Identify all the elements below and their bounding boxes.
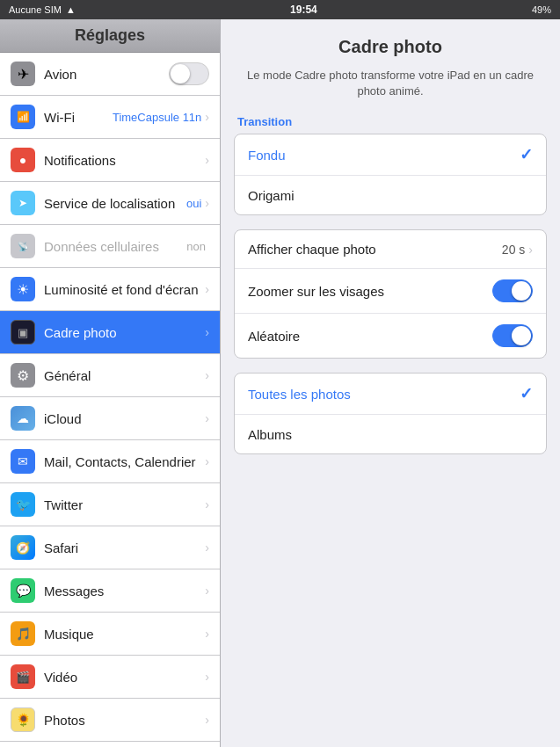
- cadre-chevron: ›: [205, 325, 209, 339]
- wifi-chevron: ›: [205, 110, 209, 124]
- afficher-chevron: ›: [528, 243, 533, 257]
- video-chevron: ›: [205, 670, 209, 684]
- detail-description: Le mode Cadre photo transforme votre iPa…: [234, 68, 547, 99]
- icloud-label: iCloud: [44, 411, 205, 426]
- avion-icon: ✈: [11, 62, 35, 86]
- sidebar-item-video[interactable]: 🎬 Vidéo ›: [0, 656, 220, 699]
- sidebar-item-brightness[interactable]: ☀ Luminosité et fond d'écran ›: [0, 268, 220, 311]
- main-layout: Réglages ✈ Avion 📶 Wi-Fi TimeCapsule 11n…: [0, 19, 560, 747]
- mail-chevron: ›: [205, 454, 209, 468]
- photos-icon: 🌻: [11, 707, 35, 732]
- cellular-value: non: [186, 240, 206, 253]
- sidebar-item-mail[interactable]: ✉ Mail, Contacts, Calendrier ›: [0, 440, 220, 483]
- sidebar-item-notifications[interactable]: ● Notifications ›: [0, 139, 220, 182]
- photos-chevron: ›: [205, 713, 209, 727]
- brightness-chevron: ›: [205, 282, 209, 296]
- twitter-icon: 🐦: [11, 492, 35, 517]
- notifications-chevron: ›: [205, 153, 209, 167]
- sidebar-item-avion[interactable]: ✈ Avion: [0, 53, 220, 96]
- zoomer-toggle[interactable]: [492, 279, 533, 302]
- video-icon: 🎬: [11, 664, 35, 689]
- aleatoire-toggle-knob: [512, 326, 531, 345]
- sidebar-item-location[interactable]: ➤ Service de localisation oui ›: [0, 182, 220, 225]
- zoomer-toggle-knob: [512, 281, 531, 301]
- avion-toggle[interactable]: [169, 62, 209, 85]
- sidebar-item-cellular: 📡 Données cellulaires non: [0, 225, 220, 268]
- sidebar-item-cadre[interactable]: ▣ Cadre photo ›: [0, 311, 220, 354]
- location-icon: ➤: [11, 191, 35, 215]
- cadre-icon: ▣: [11, 320, 35, 344]
- safari-icon: 🧭: [11, 535, 35, 560]
- fondu-label: Fondu: [248, 148, 520, 163]
- mail-icon: ✉: [11, 449, 35, 474]
- toutes-photos-row[interactable]: Toutes les photos ✓: [235, 374, 546, 415]
- safari-chevron: ›: [205, 540, 209, 555]
- musique-label: Musique: [44, 627, 205, 642]
- options-card: Afficher chaque photo 20 s › Zoomer sur …: [234, 229, 547, 359]
- sidebar-item-icloud[interactable]: ☁ iCloud ›: [0, 397, 220, 440]
- sidebar-item-photos[interactable]: 🌻 Photos ›: [0, 699, 220, 742]
- wifi-icon: ▲: [66, 4, 76, 15]
- afficher-row[interactable]: Afficher chaque photo 20 s ›: [235, 230, 546, 269]
- aleatoire-row: Aléatoire: [235, 314, 546, 358]
- sidebar-title: Réglages: [75, 26, 145, 44]
- status-right: 49%: [532, 4, 551, 15]
- messages-icon: 💬: [11, 578, 35, 603]
- general-chevron: ›: [205, 368, 209, 382]
- transition-section-label: Transition: [234, 115, 547, 128]
- location-value: oui: [186, 197, 201, 210]
- transition-fondu-row[interactable]: Fondu ✓: [235, 134, 546, 176]
- safari-label: Safari: [44, 540, 205, 555]
- albums-label: Albums: [248, 427, 533, 442]
- detail-title: Cadre photo: [234, 37, 547, 68]
- detail-panel: Cadre photo Le mode Cadre photo transfor…: [221, 19, 560, 747]
- wifi-label: Wi-Fi: [44, 110, 113, 125]
- sidebar-item-general[interactable]: ⚙ Général ›: [0, 354, 220, 397]
- status-left: Aucune SIM ▲: [9, 4, 76, 15]
- mail-label: Mail, Contacts, Calendrier: [44, 454, 205, 469]
- origami-label: Origami: [248, 188, 533, 203]
- general-label: Général: [44, 368, 205, 383]
- sidebar-item-notes[interactable]: 📋 Notes ›: [0, 742, 220, 747]
- notifications-icon: ●: [11, 148, 35, 172]
- twitter-chevron: ›: [205, 497, 209, 511]
- aleatoire-toggle[interactable]: [492, 324, 533, 347]
- photos-label: Photos: [44, 713, 205, 728]
- messages-label: Messages: [44, 584, 205, 598]
- carrier-label: Aucune SIM: [9, 4, 62, 15]
- messages-chevron: ›: [205, 584, 209, 598]
- toutes-photos-label: Toutes les photos: [248, 387, 520, 402]
- sidebar-item-musique[interactable]: 🎵 Musique ›: [0, 613, 220, 656]
- notifications-label: Notifications: [44, 153, 205, 168]
- sidebar-item-messages[interactable]: 💬 Messages ›: [0, 569, 220, 613]
- location-chevron: ›: [205, 196, 209, 210]
- transition-origami-row[interactable]: Origami: [235, 176, 546, 214]
- aleatoire-label: Aléatoire: [248, 329, 492, 344]
- albums-row[interactable]: Albums: [235, 415, 546, 453]
- transitions-card: Fondu ✓ Origami: [234, 134, 547, 215]
- sidebar-item-wifi[interactable]: 📶 Wi-Fi TimeCapsule 11n ›: [0, 96, 220, 139]
- wifi-value: TimeCapsule 11n: [113, 111, 201, 124]
- zoomer-label: Zoomer sur les visages: [248, 284, 492, 299]
- avion-toggle-knob: [171, 64, 190, 83]
- sources-card: Toutes les photos ✓ Albums: [234, 373, 547, 454]
- toutes-photos-check: ✓: [520, 384, 533, 403]
- wifi-icon: 📶: [11, 105, 35, 129]
- avion-label: Avion: [44, 67, 169, 82]
- brightness-icon: ☀: [11, 277, 35, 301]
- sidebar-item-twitter[interactable]: 🐦 Twitter ›: [0, 483, 220, 526]
- cellular-icon: 📡: [11, 234, 35, 258]
- location-label: Service de localisation: [44, 196, 186, 211]
- icloud-chevron: ›: [205, 411, 209, 425]
- musique-icon: 🎵: [11, 621, 35, 646]
- battery-label: 49%: [532, 4, 551, 15]
- brightness-label: Luminosité et fond d'écran: [44, 282, 205, 297]
- status-bar: Aucune SIM ▲ 19:54 49%: [0, 0, 560, 19]
- sidebar-header: Réglages: [0, 19, 220, 53]
- sidebar: Réglages ✈ Avion 📶 Wi-Fi TimeCapsule 11n…: [0, 19, 221, 747]
- sidebar-item-safari[interactable]: 🧭 Safari ›: [0, 526, 220, 569]
- twitter-label: Twitter: [44, 497, 205, 512]
- icloud-icon: ☁: [11, 406, 35, 431]
- afficher-label: Afficher chaque photo: [248, 242, 502, 257]
- status-time: 19:54: [290, 4, 317, 16]
